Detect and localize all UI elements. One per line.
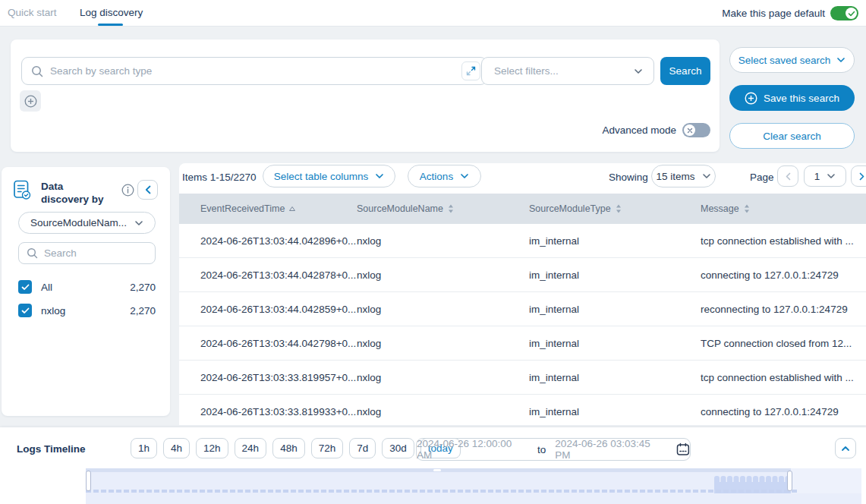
chevron-right-icon (859, 172, 864, 181)
brush-handle-right[interactable] (787, 471, 792, 491)
filter-item-count: 2,270 (130, 282, 156, 293)
table-row[interactable]: 2024-06-26T13:03:44.042896+0... nxlog im… (179, 224, 866, 258)
cell-type: im_internal (529, 406, 701, 417)
table-row[interactable]: 2024-06-26T13:03:33.819933+0... nxlog im… (179, 395, 866, 425)
select-saved-search-button[interactable]: Select saved search (729, 47, 855, 73)
discovery-field-select[interactable]: SourceModuleNam... (18, 212, 156, 234)
range-1h-button[interactable]: 1h (131, 438, 157, 458)
collapse-timeline-button[interactable] (835, 438, 856, 458)
column-header-sourcemoduletype[interactable]: SourceModuleType (529, 203, 701, 214)
filter-item-all[interactable]: All 2,270 (18, 279, 156, 295)
chevron-down-icon (634, 68, 643, 74)
page-number-value: 1 (814, 171, 820, 182)
select-table-columns-label: Select table columns (274, 171, 369, 182)
sidebar-search-input[interactable] (44, 247, 147, 259)
logs-timeline-title: Logs Timeline (17, 443, 86, 455)
page-label: Page (750, 172, 774, 183)
discovery-field-value: SourceModuleNam... (30, 217, 127, 228)
check-icon (21, 284, 30, 291)
range-72h-button[interactable]: 72h (311, 438, 344, 458)
select-saved-search-label: Select saved search (738, 55, 831, 66)
checkbox-all[interactable] (18, 280, 32, 294)
cell-type: im_internal (529, 235, 701, 247)
cell-type: im_internal (529, 372, 701, 383)
search-panel: Select filters... Search Advanced mode (11, 39, 720, 152)
page-default-label: Make this page default (722, 0, 825, 27)
chevron-up-icon (841, 446, 850, 452)
info-icon[interactable] (121, 184, 134, 197)
column-label: Message (701, 203, 739, 214)
table-controls: Items 1-15/2270 Select table columns Act… (179, 163, 866, 194)
toggle-knob (846, 8, 857, 19)
checkbox-nxlog[interactable] (18, 304, 32, 317)
date-range-picker[interactable]: 2024-06-26 12:00:00 AM to 2024-06-26 03:… (416, 438, 691, 461)
range-30d-button[interactable]: 30d (382, 438, 414, 458)
brush-handle-left[interactable] (86, 471, 91, 491)
sidebar-header: Data discovery by (14, 180, 113, 206)
page-number-select[interactable]: 1 (804, 165, 846, 187)
tab-quick-start[interactable]: Quick start (8, 0, 57, 26)
next-page-button[interactable] (851, 165, 866, 187)
filter-item-nxlog[interactable]: nxlog 2,270 (18, 303, 156, 318)
date-to-label: to (537, 444, 546, 455)
add-search-row-button[interactable] (20, 90, 41, 112)
clear-search-button[interactable]: Clear search (729, 123, 855, 149)
actions-label: Actions (420, 171, 453, 182)
brush-grip[interactable] (433, 469, 441, 471)
chevron-left-icon (786, 172, 791, 181)
chevron-down-icon (375, 173, 384, 179)
advanced-mode-wrap: Advanced mode (602, 123, 710, 137)
range-12h-button[interactable]: 12h (196, 438, 228, 458)
table-header-row: EventReceivedTime SourceModuleName Sourc… (179, 194, 866, 224)
filters-select[interactable]: Select filters... (481, 57, 654, 85)
expand-icon (466, 66, 476, 76)
expand-search-button[interactable] (461, 61, 480, 80)
table-row[interactable]: 2024-06-26T13:03:44.042798+0... nxlog im… (179, 326, 866, 361)
cell-module: nxlog (357, 338, 529, 349)
collapse-sidebar-button[interactable] (137, 180, 158, 200)
page-default-toggle[interactable] (830, 6, 858, 20)
sidebar-title: Data discovery by (41, 180, 113, 206)
brush-tick-strip (86, 490, 799, 493)
sidebar-search-wrap (18, 242, 156, 264)
prev-page-button[interactable] (777, 165, 798, 187)
advanced-mode-toggle[interactable] (682, 123, 710, 137)
range-24h-button[interactable]: 24h (235, 438, 267, 458)
actions-button[interactable]: Actions (408, 165, 481, 187)
active-tab-underline (98, 24, 123, 26)
column-header-eventreceivedtime[interactable]: EventReceivedTime (200, 203, 357, 214)
tab-log-discovery[interactable]: Log discovery (80, 0, 143, 26)
search-input[interactable] (50, 65, 461, 77)
column-header-sourcemodulename[interactable]: SourceModuleName (357, 203, 529, 214)
column-label: EventReceivedTime (200, 203, 285, 214)
sort-both-icon (616, 204, 622, 213)
sort-both-icon (448, 204, 454, 213)
plus-circle-icon (24, 95, 37, 108)
save-this-search-label: Save this search (764, 93, 839, 104)
save-this-search-button[interactable]: Save this search (729, 85, 855, 111)
cell-type: im_internal (529, 269, 701, 281)
timeline-track-right (791, 468, 861, 493)
timeline-track (86, 493, 861, 504)
range-4h-button[interactable]: 4h (163, 438, 190, 458)
cell-module: nxlog (357, 304, 529, 315)
cell-module: nxlog (357, 372, 529, 383)
cell-module: nxlog (357, 269, 529, 281)
cell-time: 2024-06-26T13:03:44.042798+0... (200, 338, 357, 349)
range-7d-button[interactable]: 7d (349, 438, 376, 458)
items-per-page-select[interactable]: 15 items (651, 165, 716, 187)
chevron-down-icon (827, 173, 836, 179)
table-row[interactable]: 2024-06-26T13:03:44.042859+0... nxlog im… (179, 292, 866, 326)
cell-message: connecting to 127.0.0.1:24729 (701, 406, 866, 417)
cell-module: nxlog (357, 406, 529, 417)
time-range-buttons: 1h 4h 12h 24h 48h 72h 7d 30d today (131, 438, 461, 458)
column-header-message[interactable]: Message (701, 203, 866, 214)
cell-message: tcp connection established with ... (701, 235, 866, 247)
cell-type: im_internal (529, 338, 701, 349)
filter-item-label: All (41, 282, 52, 293)
search-button[interactable]: Search (660, 57, 710, 85)
table-row[interactable]: 2024-06-26T13:03:44.042878+0... nxlog im… (179, 258, 866, 292)
select-table-columns-button[interactable]: Select table columns (263, 165, 395, 187)
range-48h-button[interactable]: 48h (272, 438, 305, 458)
table-row[interactable]: 2024-06-26T13:03:33.819957+0... nxlog im… (179, 361, 866, 395)
